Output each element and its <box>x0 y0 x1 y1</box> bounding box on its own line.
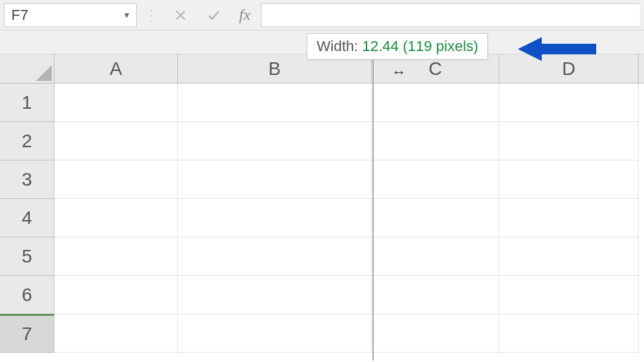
row-header-6[interactable]: 6 <box>0 276 54 314</box>
name-box[interactable]: F7 ▼ <box>4 3 137 27</box>
grid-row: 5 <box>0 237 644 276</box>
cell-D4[interactable] <box>499 199 639 237</box>
cell-A1[interactable] <box>54 84 178 122</box>
enter-button[interactable] <box>199 3 228 27</box>
row-header-3[interactable]: 3 <box>0 160 54 199</box>
cell-B7[interactable] <box>178 314 372 353</box>
cell-C5[interactable] <box>372 237 499 276</box>
name-box-value: F7 <box>11 7 29 24</box>
grid-row: 2 <box>0 122 644 160</box>
tooltip-value: 12.44 <box>362 38 398 54</box>
cell-A2[interactable] <box>54 122 178 160</box>
formula-input[interactable] <box>261 3 640 27</box>
cell-D5[interactable] <box>499 237 639 276</box>
cell-A3[interactable] <box>54 160 178 199</box>
tooltip-label: Width: <box>317 38 358 54</box>
spreadsheet-grid: A B C D 1234567 <box>0 54 644 353</box>
cell-B6[interactable] <box>178 276 372 314</box>
cell-D6[interactable] <box>499 276 639 314</box>
check-icon <box>206 8 221 23</box>
grid-row: 3 <box>0 160 644 199</box>
cell-C6[interactable] <box>372 276 499 314</box>
row-header-1[interactable]: 1 <box>0 84 54 122</box>
cell-A4[interactable] <box>54 199 178 237</box>
svg-marker-2 <box>518 37 596 61</box>
column-resize-guide <box>372 56 374 361</box>
cell-A5[interactable] <box>54 237 178 276</box>
insert-function-button[interactable]: fx <box>232 6 257 24</box>
cancel-button[interactable] <box>166 3 195 27</box>
row-header-7[interactable]: 7 <box>0 314 54 353</box>
separator: ⋮ <box>141 7 162 23</box>
cell-B2[interactable] <box>178 122 372 160</box>
cell-B3[interactable] <box>178 160 372 199</box>
row-header-2[interactable]: 2 <box>0 122 54 160</box>
grid-row: 7 <box>0 314 644 353</box>
column-header-a[interactable]: A <box>54 54 178 83</box>
grid-row: 4 <box>0 199 644 237</box>
annotation-arrow <box>518 34 598 66</box>
grid-row: 1 <box>0 84 644 122</box>
cell-B1[interactable] <box>178 84 372 122</box>
cell-B4[interactable] <box>178 199 372 237</box>
tooltip-pixels: (119 pixels) <box>403 38 479 54</box>
column-width-tooltip: Width: 12.44 (119 pixels) <box>307 33 488 60</box>
cell-C1[interactable] <box>372 84 499 122</box>
cell-D1[interactable] <box>499 84 639 122</box>
row-header-4[interactable]: 4 <box>0 199 54 237</box>
cell-C7[interactable] <box>372 314 499 353</box>
cell-D7[interactable] <box>499 314 639 353</box>
formula-bar: F7 ▼ ⋮ fx <box>0 0 644 30</box>
cell-A7[interactable] <box>54 314 178 353</box>
cell-A6[interactable] <box>54 276 178 314</box>
grid-row: 6 <box>0 276 644 314</box>
select-all-corner[interactable] <box>0 54 54 83</box>
cell-C4[interactable] <box>372 199 499 237</box>
row-header-5[interactable]: 5 <box>0 237 54 276</box>
cell-D2[interactable] <box>499 122 639 160</box>
cell-B5[interactable] <box>178 237 372 276</box>
cell-C3[interactable] <box>372 160 499 199</box>
x-icon <box>173 8 188 23</box>
cell-D3[interactable] <box>499 160 639 199</box>
name-box-dropdown-icon[interactable]: ▼ <box>123 11 131 20</box>
cell-C2[interactable] <box>372 122 499 160</box>
arrow-left-icon <box>518 34 598 64</box>
